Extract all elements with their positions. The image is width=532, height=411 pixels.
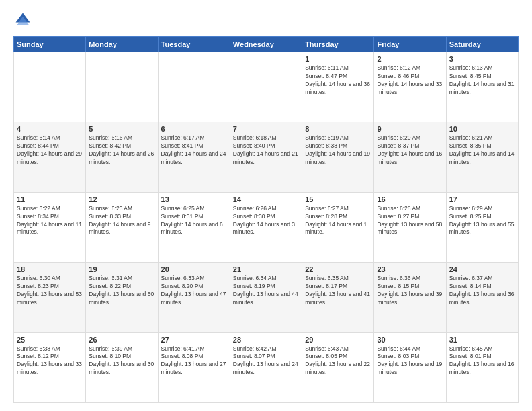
day-number: 11 [17, 195, 83, 203]
day-number: 10 [449, 125, 515, 133]
calendar-cell: 16Sunrise: 6:28 AM Sunset: 8:27 PM Dayli… [374, 192, 446, 262]
calendar-cell: 26Sunrise: 6:39 AM Sunset: 8:10 PM Dayli… [86, 332, 158, 402]
day-number: 9 [377, 125, 443, 133]
logo [13, 11, 35, 30]
calendar-cell: 1Sunrise: 6:11 AM Sunset: 8:47 PM Daylig… [302, 52, 374, 122]
day-info: Sunrise: 6:30 AM Sunset: 8:23 PM Dayligh… [17, 275, 83, 307]
calendar-cell: 6Sunrise: 6:17 AM Sunset: 8:41 PM Daylig… [158, 122, 230, 192]
calendar-header-day: Monday [86, 37, 158, 52]
day-info: Sunrise: 6:28 AM Sunset: 8:27 PM Dayligh… [377, 205, 443, 237]
page: SundayMondayTuesdayWednesdayThursdayFrid… [0, 0, 532, 411]
day-number: 28 [233, 336, 299, 344]
day-info: Sunrise: 6:42 AM Sunset: 8:07 PM Dayligh… [233, 345, 299, 377]
day-info: Sunrise: 6:41 AM Sunset: 8:08 PM Dayligh… [161, 345, 227, 377]
calendar-cell: 13Sunrise: 6:25 AM Sunset: 8:31 PM Dayli… [158, 192, 230, 262]
day-number: 23 [377, 265, 443, 273]
day-number: 2 [377, 55, 443, 63]
calendar-cell: 25Sunrise: 6:38 AM Sunset: 8:12 PM Dayli… [14, 332, 86, 402]
calendar-header-day: Tuesday [158, 37, 230, 52]
day-info: Sunrise: 6:37 AM Sunset: 8:14 PM Dayligh… [449, 275, 515, 307]
calendar-header-day: Wednesday [230, 37, 302, 52]
calendar-cell: 24Sunrise: 6:37 AM Sunset: 8:14 PM Dayli… [446, 263, 518, 332]
day-number: 26 [89, 336, 154, 344]
calendar-cell: 2Sunrise: 6:12 AM Sunset: 8:46 PM Daylig… [374, 52, 446, 122]
calendar-header-day: Thursday [302, 37, 374, 52]
calendar-cell: 4Sunrise: 6:14 AM Sunset: 8:44 PM Daylig… [14, 122, 86, 192]
calendar-week-row: 4Sunrise: 6:14 AM Sunset: 8:44 PM Daylig… [14, 122, 519, 192]
day-number: 1 [305, 55, 371, 63]
calendar-header-day: Friday [374, 37, 446, 52]
day-info: Sunrise: 6:23 AM Sunset: 8:33 PM Dayligh… [89, 205, 154, 237]
day-number: 6 [161, 125, 227, 133]
day-info: Sunrise: 6:19 AM Sunset: 8:38 PM Dayligh… [305, 134, 371, 167]
day-info: Sunrise: 6:17 AM Sunset: 8:41 PM Dayligh… [161, 134, 227, 167]
day-number: 3 [449, 55, 515, 63]
calendar-week-row: 1Sunrise: 6:11 AM Sunset: 8:47 PM Daylig… [14, 52, 519, 122]
day-number: 7 [233, 125, 299, 133]
day-number: 5 [89, 125, 154, 133]
calendar-header-day: Saturday [446, 37, 518, 52]
day-info: Sunrise: 6:36 AM Sunset: 8:15 PM Dayligh… [377, 275, 443, 307]
day-info: Sunrise: 6:16 AM Sunset: 8:42 PM Dayligh… [89, 134, 154, 167]
day-info: Sunrise: 6:31 AM Sunset: 8:22 PM Dayligh… [89, 275, 154, 307]
calendar-cell: 7Sunrise: 6:18 AM Sunset: 8:40 PM Daylig… [230, 122, 302, 192]
day-number: 30 [377, 336, 443, 344]
day-number: 14 [233, 195, 299, 203]
calendar-cell: 31Sunrise: 6:45 AM Sunset: 8:01 PM Dayli… [446, 332, 518, 402]
day-info: Sunrise: 6:38 AM Sunset: 8:12 PM Dayligh… [17, 345, 83, 377]
day-info: Sunrise: 6:13 AM Sunset: 8:45 PM Dayligh… [449, 64, 515, 97]
calendar-cell: 11Sunrise: 6:22 AM Sunset: 8:34 PM Dayli… [14, 192, 86, 262]
day-number: 8 [305, 125, 371, 133]
calendar-cell: 23Sunrise: 6:36 AM Sunset: 8:15 PM Dayli… [374, 263, 446, 332]
day-number: 13 [161, 195, 227, 203]
calendar-header-row: SundayMondayTuesdayWednesdayThursdayFrid… [14, 37, 519, 52]
calendar-cell: 10Sunrise: 6:21 AM Sunset: 8:35 PM Dayli… [446, 122, 518, 192]
calendar-table: SundayMondayTuesdayWednesdayThursdayFrid… [13, 36, 519, 403]
calendar-cell: 28Sunrise: 6:42 AM Sunset: 8:07 PM Dayli… [230, 332, 302, 402]
day-info: Sunrise: 6:20 AM Sunset: 8:37 PM Dayligh… [377, 134, 443, 167]
calendar-cell [14, 52, 86, 122]
day-number: 29 [305, 336, 371, 344]
calendar-cell: 12Sunrise: 6:23 AM Sunset: 8:33 PM Dayli… [86, 192, 158, 262]
calendar-cell: 27Sunrise: 6:41 AM Sunset: 8:08 PM Dayli… [158, 332, 230, 402]
day-number: 24 [449, 265, 515, 273]
day-number: 25 [17, 336, 83, 344]
calendar-cell: 18Sunrise: 6:30 AM Sunset: 8:23 PM Dayli… [14, 263, 86, 332]
day-number: 19 [89, 265, 154, 273]
day-number: 4 [17, 125, 83, 133]
day-info: Sunrise: 6:44 AM Sunset: 8:03 PM Dayligh… [377, 345, 443, 377]
calendar-cell: 19Sunrise: 6:31 AM Sunset: 8:22 PM Dayli… [86, 263, 158, 332]
calendar-cell: 17Sunrise: 6:29 AM Sunset: 8:25 PM Dayli… [446, 192, 518, 262]
day-number: 21 [233, 265, 299, 273]
calendar-cell: 21Sunrise: 6:34 AM Sunset: 8:19 PM Dayli… [230, 263, 302, 332]
day-info: Sunrise: 6:21 AM Sunset: 8:35 PM Dayligh… [449, 134, 515, 167]
day-info: Sunrise: 6:26 AM Sunset: 8:30 PM Dayligh… [233, 205, 299, 237]
day-number: 15 [305, 195, 371, 203]
calendar-header-day: Sunday [14, 37, 86, 52]
day-info: Sunrise: 6:45 AM Sunset: 8:01 PM Dayligh… [449, 345, 515, 377]
day-info: Sunrise: 6:25 AM Sunset: 8:31 PM Dayligh… [161, 205, 227, 237]
calendar-week-row: 18Sunrise: 6:30 AM Sunset: 8:23 PM Dayli… [14, 263, 519, 332]
calendar-cell: 29Sunrise: 6:43 AM Sunset: 8:05 PM Dayli… [302, 332, 374, 402]
day-info: Sunrise: 6:22 AM Sunset: 8:34 PM Dayligh… [17, 205, 83, 237]
calendar-cell [86, 52, 158, 122]
calendar-cell: 30Sunrise: 6:44 AM Sunset: 8:03 PM Dayli… [374, 332, 446, 402]
day-info: Sunrise: 6:14 AM Sunset: 8:44 PM Dayligh… [17, 134, 83, 167]
day-number: 18 [17, 265, 83, 273]
calendar-cell: 5Sunrise: 6:16 AM Sunset: 8:42 PM Daylig… [86, 122, 158, 192]
calendar-cell [230, 52, 302, 122]
day-number: 20 [161, 265, 227, 273]
day-number: 16 [377, 195, 443, 203]
calendar-cell: 20Sunrise: 6:33 AM Sunset: 8:20 PM Dayli… [158, 263, 230, 332]
day-info: Sunrise: 6:34 AM Sunset: 8:19 PM Dayligh… [233, 275, 299, 307]
day-number: 27 [161, 336, 227, 344]
calendar-cell: 9Sunrise: 6:20 AM Sunset: 8:37 PM Daylig… [374, 122, 446, 192]
calendar-week-row: 25Sunrise: 6:38 AM Sunset: 8:12 PM Dayli… [14, 332, 519, 402]
day-info: Sunrise: 6:29 AM Sunset: 8:25 PM Dayligh… [449, 205, 515, 237]
day-info: Sunrise: 6:27 AM Sunset: 8:28 PM Dayligh… [305, 205, 371, 237]
calendar-cell: 15Sunrise: 6:27 AM Sunset: 8:28 PM Dayli… [302, 192, 374, 262]
day-info: Sunrise: 6:35 AM Sunset: 8:17 PM Dayligh… [305, 275, 371, 307]
day-info: Sunrise: 6:11 AM Sunset: 8:47 PM Dayligh… [305, 64, 371, 97]
day-info: Sunrise: 6:33 AM Sunset: 8:20 PM Dayligh… [161, 275, 227, 307]
logo-icon [13, 11, 32, 30]
